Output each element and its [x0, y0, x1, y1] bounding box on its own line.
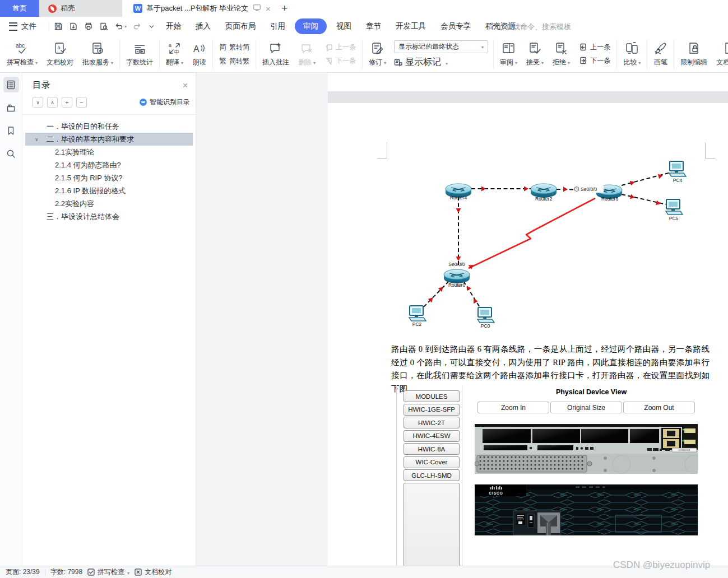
menu-dev-tools[interactable]: 开发工具: [388, 18, 433, 34]
accept-revision-button[interactable]: 接受: [522, 41, 548, 67]
menu-bar: 文件 开始 插入 页面布局 引用 审阅 视图 章节 开发工具 会员专享 稻壳资源…: [0, 17, 728, 36]
print-icon[interactable]: [84, 22, 93, 31]
csdn-watermark: CSDN @biyezuopinvip: [613, 560, 710, 571]
tab-document[interactable]: W 基于packet ...P包解析 毕业论文: [129, 0, 275, 17]
ink-brush-button[interactable]: 画笔: [649, 41, 672, 67]
smart-toc-icon: [140, 99, 147, 106]
toc-item[interactable]: 2.2实验内容: [25, 197, 193, 210]
toc-item[interactable]: 2.1实验理论: [25, 146, 193, 159]
rail-bookmark-button[interactable]: [3, 123, 19, 138]
next-revision-button[interactable]: 下一条: [579, 56, 610, 66]
toc-item[interactable]: 2.1.4 何为静态路由?: [25, 159, 193, 171]
next-comment-button[interactable]: 下一条: [324, 56, 356, 66]
word-count-button[interactable]: 字数统计: [122, 41, 157, 67]
markup-state-select[interactable]: 显示标记的最终状态: [394, 40, 488, 53]
quick-access-toolbar: [54, 22, 155, 31]
close-tab-icon[interactable]: [266, 4, 271, 13]
spell-check-button[interactable]: abc 拼写检查: [2, 41, 42, 67]
rail-search-button[interactable]: [3, 146, 19, 161]
close-toc-icon[interactable]: [183, 81, 188, 91]
menu-start[interactable]: 开始: [159, 18, 188, 34]
undo-icon[interactable]: [114, 22, 123, 31]
rail-toc-button[interactable]: [3, 77, 19, 92]
menu-page-layout[interactable]: 页面布局: [218, 18, 263, 34]
module-item[interactable]: HWIC-8A: [404, 443, 460, 455]
read-aloud-button[interactable]: A 朗读: [188, 41, 211, 67]
module-item[interactable]: HWIC-2T: [404, 417, 460, 428]
search-icon: [6, 149, 16, 159]
zoom-out-toc-button[interactable]: [76, 97, 87, 108]
status-spell-check[interactable]: 拼写检查: [87, 567, 129, 577]
tab-docer[interactable]: 稻壳: [39, 0, 122, 17]
delete-comment-button[interactable]: 删除: [294, 41, 320, 67]
toc-item-active[interactable]: 二．毕设的基本内容和要求: [25, 133, 193, 146]
chevron-down-icon: [444, 57, 448, 67]
module-item[interactable]: HWIC-4ESW: [404, 430, 460, 442]
toc-item[interactable]: 2.1.6 IP 数据报的格式: [25, 184, 193, 197]
menu-review[interactable]: 审阅: [295, 18, 327, 34]
reject-icon: [554, 41, 568, 55]
menu-section[interactable]: 章节: [359, 18, 388, 34]
module-item[interactable]: GLC-LH-SMD: [404, 469, 460, 481]
restrict-editing-button[interactable]: 限制编辑: [676, 41, 712, 67]
word-count-icon: [133, 41, 147, 55]
menu-insert[interactable]: 插入: [188, 18, 218, 34]
module-item[interactable]: HWIC-1GE-SFP: [404, 404, 460, 416]
prev-revision-button[interactable]: 上一条: [579, 43, 610, 52]
menu-view[interactable]: 视图: [329, 18, 359, 34]
command-search[interactable]: 查找命令、搜索模板: [494, 22, 571, 32]
compare-button[interactable]: 比较: [619, 41, 645, 67]
insert-comment-button[interactable]: 插入批注: [258, 41, 294, 67]
svg-text:PC5: PC5: [669, 216, 679, 221]
trad-to-simp-button[interactable]: 简 繁转简: [219, 42, 249, 52]
doc-permission-button[interactable]: 文档权限: [712, 41, 728, 67]
new-tab-button[interactable]: [275, 0, 294, 17]
expand-all-button[interactable]: [33, 97, 43, 108]
comment-nav-group: 上一条 下一条: [320, 43, 360, 66]
tab-home-label: 首页: [12, 3, 27, 13]
convert-group: 简 繁转简 繁 简转繁: [215, 42, 254, 66]
save-icon[interactable]: [54, 22, 63, 31]
brush-icon: [653, 41, 667, 55]
main-area: 目录 智能识别目录 一．毕设的目的和任务 二．毕设的基本内容和要求 2.1实验理…: [0, 73, 728, 566]
menu-reference[interactable]: 引用: [263, 18, 293, 34]
tab-document-title: 基于packet ...P包解析 毕业论文: [146, 3, 248, 13]
toc-item[interactable]: 2.1.5 何为 RIP 协议?: [25, 171, 193, 184]
reject-revision-button[interactable]: 拒绝: [548, 41, 574, 67]
print-preview-icon[interactable]: [99, 22, 108, 31]
original-size-button[interactable]: Original Size: [550, 402, 622, 413]
page-gap: [328, 91, 728, 103]
simp-to-trad-button[interactable]: 繁 简转繁: [219, 56, 249, 66]
document-workspace[interactable]: Se0/0/0 Router4 Router2 Router6 Router0 …: [196, 73, 728, 566]
menu-member[interactable]: 会员专享: [433, 18, 478, 34]
review-pane-button[interactable]: 审阅: [495, 41, 522, 67]
translate-button[interactable]: a中 翻译: [161, 41, 188, 67]
markup-group: 显示标记的最终状态 显示标记: [391, 40, 491, 68]
zoom-in-toc-button[interactable]: [62, 97, 72, 108]
collapse-all-button[interactable]: [47, 97, 58, 108]
doc-proof-button[interactable]: a 文档校对: [42, 41, 78, 67]
grading-service-button[interactable]: 批改服务: [78, 41, 118, 67]
prev-comment-button[interactable]: 上一条: [324, 43, 356, 52]
toc-item[interactable]: 一．毕设的目的和任务: [25, 120, 193, 133]
tab-home[interactable]: 首页: [0, 0, 39, 17]
toc-item[interactable]: 三．毕设设计总结体会: [25, 210, 193, 223]
collapse-toolbar-icon[interactable]: [148, 23, 155, 30]
smart-toc-button[interactable]: 智能识别目录: [140, 97, 190, 107]
interface-label-r6: Se0/0/0: [573, 185, 604, 193]
redo-icon[interactable]: [133, 22, 142, 31]
document-page[interactable]: Se0/0/0 Router4 Router2 Router6 Router0 …: [328, 103, 728, 566]
track-changes-button[interactable]: 修订: [364, 41, 391, 67]
zoom-in-button[interactable]: Zoom In: [477, 402, 549, 413]
node-labels: Router4 Router2 Router6 Router0 Se0/0/0 …: [412, 178, 683, 329]
rail-tag-button[interactable]: [3, 100, 19, 115]
undo-caret-icon[interactable]: [124, 24, 127, 29]
module-item[interactable]: WIC-Cover: [404, 456, 460, 468]
export-icon[interactable]: [69, 22, 78, 31]
zoom-out-button[interactable]: Zoom Out: [623, 402, 695, 413]
docer-icon: [48, 4, 57, 13]
show-markup-button[interactable]: 显示标记: [394, 57, 488, 68]
status-doc-proof[interactable]: 文档校对: [135, 567, 171, 577]
screencast-icon[interactable]: [253, 4, 261, 12]
file-menu[interactable]: 文件: [0, 21, 44, 31]
